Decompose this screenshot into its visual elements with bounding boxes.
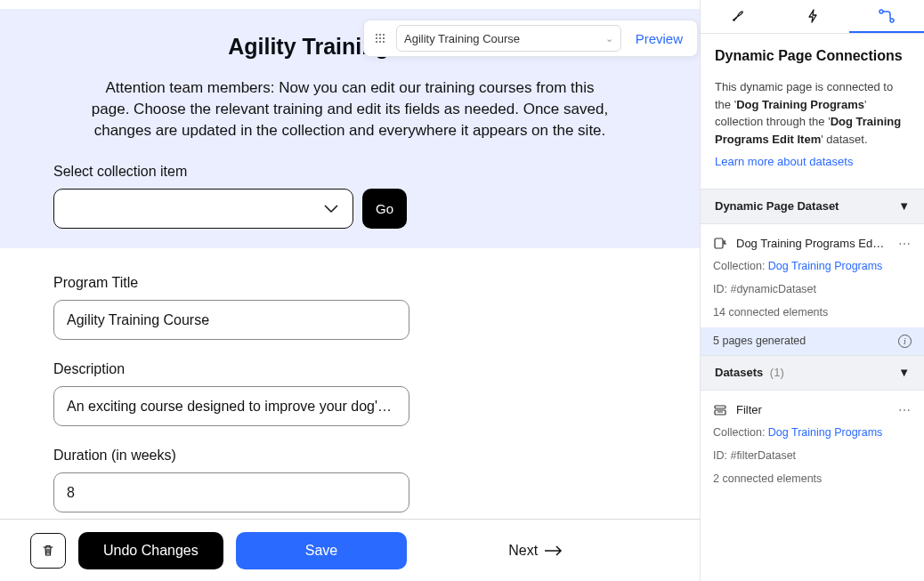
tab-actions[interactable] xyxy=(775,0,850,33)
caret-down-icon: ▼ xyxy=(898,199,910,213)
delete-button[interactable] xyxy=(30,533,66,569)
tab-design[interactable] xyxy=(701,0,775,33)
dataset-name: Filter xyxy=(736,403,889,416)
go-button[interactable]: Go xyxy=(362,189,407,229)
select-collection-label: Select collection item xyxy=(53,164,646,180)
connections-icon xyxy=(879,9,895,23)
dataset-menu-button[interactable]: ⋯ xyxy=(898,237,912,251)
info-icon[interactable]: i xyxy=(898,335,912,348)
svg-point-7 xyxy=(379,41,381,43)
svg-point-3 xyxy=(376,37,377,39)
drag-handle-icon[interactable] xyxy=(373,31,387,45)
learn-more-link[interactable]: Learn more about datasets xyxy=(715,155,853,168)
svg-point-4 xyxy=(379,37,381,39)
svg-point-9 xyxy=(879,10,883,13)
next-label: Next xyxy=(508,543,538,559)
svg-point-2 xyxy=(383,34,385,36)
dataset-collection: Collection: Dog Training Programs xyxy=(713,254,912,278)
trash-icon xyxy=(41,544,55,558)
preview-button[interactable]: Preview xyxy=(630,31,688,46)
brush-icon xyxy=(731,9,745,23)
filter-dataset-icon xyxy=(713,403,727,417)
svg-rect-11 xyxy=(715,238,723,248)
description-input[interactable] xyxy=(53,386,409,426)
next-button[interactable]: Next xyxy=(508,543,563,559)
collection-link[interactable]: Dog Training Programs xyxy=(768,260,883,272)
duration-input[interactable] xyxy=(53,472,409,512)
svg-point-10 xyxy=(890,19,894,22)
panel-intro: This dynamic page is connected to the 'D… xyxy=(715,78,910,148)
svg-point-8 xyxy=(383,41,385,43)
page-intro: Attention team members: Now you can edit… xyxy=(87,77,612,141)
caret-down-icon: ▼ xyxy=(898,366,910,379)
chevron-down-icon xyxy=(324,205,338,214)
chevron-down-icon: ⌄ xyxy=(605,33,613,44)
dataset-connected-count: 2 connected elements xyxy=(713,467,912,497)
collection-item-dropdown[interactable] xyxy=(53,189,353,229)
page-selector-value: Agility Training Course xyxy=(404,32,520,45)
dataset-connected-count: 14 connected elements xyxy=(713,301,912,324)
duration-label: Duration (in weeks) xyxy=(53,448,646,464)
dataset-icon xyxy=(713,237,727,251)
save-button[interactable]: Save xyxy=(236,532,407,569)
panel-heading: Dynamic Page Connections xyxy=(715,48,910,64)
pages-generated-row: 5 pages generated i xyxy=(701,327,924,355)
svg-rect-12 xyxy=(715,406,725,408)
svg-point-5 xyxy=(383,37,385,39)
arrow-right-icon xyxy=(545,545,563,556)
dataset-menu-button[interactable]: ⋯ xyxy=(898,403,912,417)
description-label: Description xyxy=(53,361,646,377)
undo-changes-button[interactable]: Undo Changes xyxy=(78,532,223,569)
page-selector-dropdown[interactable]: Agility Training Course ⌄ xyxy=(396,25,621,52)
tab-connections[interactable] xyxy=(849,0,924,33)
program-title-input[interactable] xyxy=(53,300,409,340)
dataset-collection: Collection: Dog Training Programs xyxy=(713,421,912,444)
dataset-id: ID: #dynamicDataset xyxy=(713,278,912,301)
program-title-label: Program Title xyxy=(53,275,646,291)
dataset-name: Dog Training Programs Ed… xyxy=(736,237,889,250)
lightning-icon xyxy=(806,9,819,23)
section-dynamic-page-dataset[interactable]: Dynamic Page Dataset ▼ xyxy=(701,189,924,224)
svg-point-6 xyxy=(376,41,377,43)
dataset-id: ID: #filterDataset xyxy=(713,444,912,467)
collection-link[interactable]: Dog Training Programs xyxy=(768,426,883,439)
section-datasets[interactable]: Datasets (1) ▼ xyxy=(701,355,924,391)
page-mini-toolbar: Agility Training Course ⌄ Preview xyxy=(363,20,698,57)
svg-point-0 xyxy=(376,34,377,36)
svg-point-1 xyxy=(379,34,381,36)
